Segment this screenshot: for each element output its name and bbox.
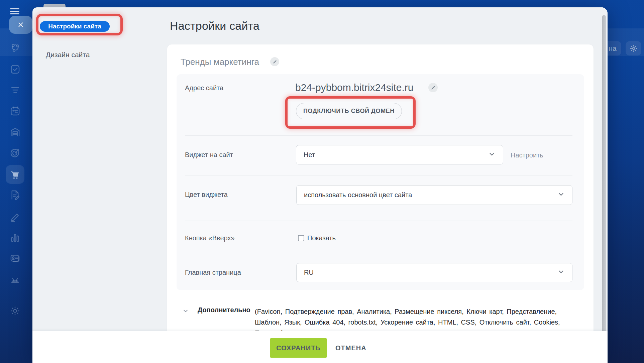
- chevron-down-icon: [488, 150, 496, 159]
- pencil-icon: [431, 85, 436, 90]
- close-button[interactable]: [9, 16, 32, 34]
- marketing-icon[interactable]: [9, 147, 21, 158]
- settings-gear-icon[interactable]: [9, 305, 21, 317]
- calendar-icon[interactable]: [9, 105, 21, 117]
- main-page-label: Главная страница: [185, 269, 241, 276]
- analytics-icon[interactable]: [9, 232, 21, 243]
- widget-color-label: Цвет виджета: [185, 191, 228, 199]
- main-page-select[interactable]: RU: [296, 263, 572, 282]
- shop-cart-icon[interactable]: [9, 169, 21, 180]
- site-settings-panel: Настройки сайта Дизайн сайта Настройки с…: [32, 7, 608, 363]
- ai-robot-icon[interactable]: [9, 274, 21, 285]
- chevron-down-icon: [557, 268, 565, 277]
- close-icon: [17, 21, 24, 28]
- site-address-value: b24-pybbom.bitrix24site.ru: [295, 82, 414, 93]
- advanced-items-line: Шаблон, Язык, Ошибка 404, robots.txt, Ус…: [255, 317, 576, 328]
- hamburger-menu-icon[interactable]: [10, 8, 19, 14]
- divider: [185, 253, 572, 253]
- esign-icon[interactable]: [9, 212, 21, 223]
- widget-select-value: Нет: [304, 151, 315, 159]
- divider: [185, 221, 572, 221]
- site-name: Тренды маркетинга: [181, 57, 259, 67]
- divider: [185, 175, 572, 175]
- connect-domain-button[interactable]: ПОДКЛЮЧИТЬ СВОЙ ДОМЕН: [296, 103, 402, 119]
- advanced-expand-chevron-icon[interactable]: [182, 308, 189, 316]
- contacts-icon[interactable]: [9, 252, 21, 264]
- automation-icon[interactable]: [9, 42, 21, 53]
- scrollbar[interactable]: [602, 15, 606, 342]
- up-button-label: Кнопка «Вверх»: [185, 234, 235, 242]
- widget-configure-link[interactable]: Настроить: [511, 151, 543, 159]
- widget-color-select[interactable]: использовать основной цвет сайта: [296, 185, 572, 205]
- storage-icon[interactable]: [9, 126, 21, 138]
- advanced-items-line: (Favicon, Подтверждение прав, Аналитика,…: [255, 306, 576, 317]
- widget-select[interactable]: Нет: [296, 145, 503, 164]
- sidebar: [0, 0, 32, 363]
- gear-icon: [629, 44, 638, 53]
- save-button[interactable]: СОХРАНИТЬ: [270, 338, 327, 358]
- main-page-select-value: RU: [304, 269, 314, 276]
- page-title: Настройки сайта: [170, 19, 259, 32]
- nav-item-site-design[interactable]: Дизайн сайта: [46, 51, 90, 59]
- divider: [185, 135, 572, 136]
- show-checkbox-label[interactable]: Показать: [307, 234, 336, 242]
- edit-site-name-button[interactable]: [270, 57, 279, 66]
- crm-funnel-icon[interactable]: [9, 85, 21, 96]
- widget-label: Виджет на сайт: [185, 151, 233, 159]
- address-label: Адрес сайта: [185, 84, 223, 92]
- cancel-button[interactable]: ОТМЕНА: [335, 338, 366, 358]
- topbar-settings-button[interactable]: [626, 41, 641, 55]
- chevron-down-icon: [557, 191, 565, 200]
- documents-icon[interactable]: [9, 189, 21, 201]
- nav-item-site-settings[interactable]: Настройки сайта: [40, 21, 110, 32]
- advanced-section-label[interactable]: Дополнительно: [198, 306, 250, 314]
- widget-color-select-value: использовать основной цвет сайта: [304, 191, 412, 199]
- show-checkbox[interactable]: [298, 235, 304, 241]
- settings-card: Тренды маркетинга Адрес сайта b24-pybbom…: [167, 44, 594, 342]
- app-window: на: [0, 0, 644, 363]
- pencil-icon: [273, 59, 277, 64]
- edit-address-button[interactable]: [428, 83, 438, 92]
- settings-form: Адрес сайта b24-pybbom.bitrix24site.ru П…: [177, 74, 584, 290]
- panel-footer: СОХРАНИТЬ ОТМЕНА: [32, 331, 608, 363]
- topbar-partial-text: на: [609, 44, 616, 52]
- tasks-icon[interactable]: [9, 64, 21, 75]
